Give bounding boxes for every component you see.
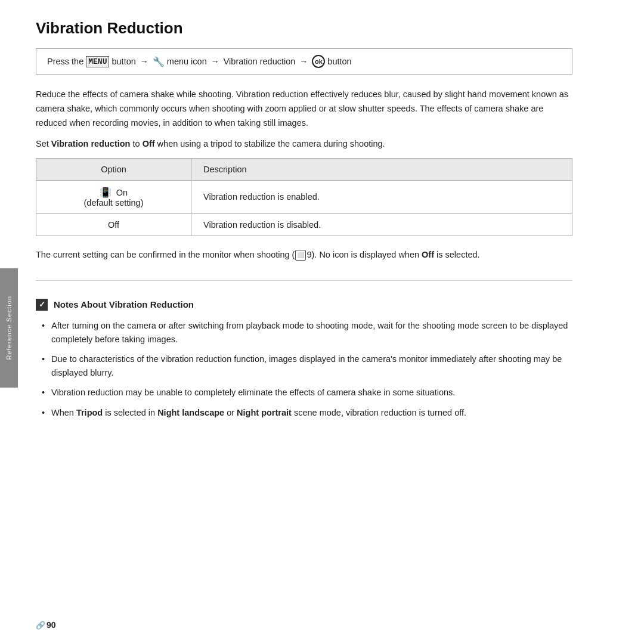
confirm-bold-off: Off [422,250,434,259]
note-item-3: Vibration reduction may be unable to com… [42,386,572,400]
table-header-option: Option [36,158,191,180]
confirm-ref: 9 [306,250,311,259]
note-item-2: Due to characteristics of the vibration … [42,352,572,380]
nav-prefix: Press the [47,57,83,66]
footer-icon: 🔗 [36,621,45,630]
nav-ok-label: button [327,57,351,66]
nav-box: Press the MENU button → 🔧 menu icon → Vi… [36,48,572,75]
arrow-icon-2: → [211,57,219,66]
page-ref-box: ⬜ [295,250,306,261]
notes-title: Notes About Vibration Reduction [54,299,194,309]
confirm-text-3: is selected. [434,250,480,259]
note-item-1: After turning on the camera or after swi… [42,319,572,346]
main-content: Vibration Reduction Press the MENU butto… [0,0,608,445]
table-header-description: Description [191,158,572,180]
notes-header: ✓ Notes About Vibration Reduction [36,299,572,311]
table-row: Off Vibration reduction is disabled. [36,213,572,236]
table-row: 📳 On (default setting) Vibration reducti… [36,180,572,213]
note-item-4: When Tripod is selected in Night landsca… [42,406,572,420]
arrow-icon-3: → [299,57,308,66]
nav-menu-icon-label: menu icon [167,57,207,66]
note4-night-portrait: Night portrait [237,408,292,417]
footer-area: 🔗90 [36,620,56,630]
wrench-icon: 🔧 [153,56,165,67]
arrow-icon-1: → [140,57,148,66]
note4-tripod: Tripod [76,408,103,417]
option-on-label: On [114,188,128,197]
ok-button-icon: ok [312,55,325,68]
sidebar: Reference Section [0,268,18,388]
table-cell-option-2: Off [36,213,191,236]
confirm-text: The current setting can be confirmed in … [36,248,572,262]
notes-list: After turning on the camera or after swi… [36,319,572,420]
set-bold-off: Off [143,139,155,148]
vr-on-icon: 📳 [100,187,112,197]
footer-page: 90 [47,620,56,630]
nav-vibration-label: Vibration reduction [224,57,296,66]
confirm-text-1: The current setting can be confirmed in … [36,250,295,259]
sidebar-label: Reference Section [5,296,13,360]
note4-night-landscape: Night landscape [157,408,224,417]
check-icon: ✓ [36,299,48,311]
description-text: Reduce the effects of camera shake while… [36,88,572,131]
nav-button-label: button [112,57,135,66]
set-line: Set Vibration reduction to Off when usin… [36,139,572,148]
option-default-label: (default setting) [84,198,144,208]
notes-section: ✓ Notes About Vibration Reduction After … [36,299,572,420]
set-bold-vr: Vibration reduction [51,139,131,148]
confirm-text-2: ). No icon is displayed when [312,250,422,259]
options-table: Option Description 📳 On (default setting… [36,158,572,236]
table-cell-desc-2: Vibration reduction is disabled. [191,213,572,236]
section-divider [36,280,572,281]
table-cell-option-1: 📳 On (default setting) [36,180,191,213]
menu-word: MENU [86,56,109,67]
page-title: Vibration Reduction [36,19,572,38]
table-cell-desc-1: Vibration reduction is enabled. [191,180,572,213]
